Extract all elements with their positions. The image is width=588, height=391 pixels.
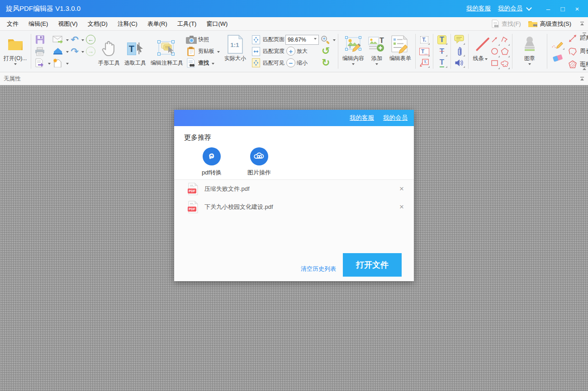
zoom-tool-button[interactable]: + [321, 35, 330, 44]
strikethrough-icon: T [436, 47, 447, 57]
previous-view-button[interactable]: ← [85, 34, 96, 46]
open-file-dialog-button[interactable]: 打开文件 [343, 253, 402, 277]
recommend-heading: 更多推荐 [184, 133, 414, 142]
remove-file-icon[interactable]: × [399, 185, 404, 193]
hand-tool-label: 手形工具 [98, 60, 120, 66]
markup-tools-group: T T T [436, 32, 448, 71]
my-service-link[interactable]: 我的客服 [466, 5, 491, 13]
redo-icon: ↷ [71, 47, 79, 56]
attachment-button[interactable] [453, 46, 466, 57]
stamp-button[interactable]: 图章 [515, 32, 545, 71]
recent-file-row[interactable]: PDF 压缩失败文件.pdf × [174, 180, 414, 198]
advanced-find-button[interactable]: 高级查找(S) [526, 19, 573, 29]
next-view-button[interactable]: → [85, 46, 96, 57]
polyline-shape-button[interactable] [500, 34, 510, 46]
clear-history-link[interactable]: 清空历史列表 [301, 265, 336, 273]
find-label: 查找 [198, 60, 209, 66]
find-menu-label: 查找(F) [502, 20, 521, 28]
open-file-button[interactable]: 打开(O)... [2, 32, 28, 71]
menu-item-comment[interactable]: 注释(C) [113, 18, 142, 30]
rotate-left-button[interactable]: ↺ [322, 47, 330, 56]
app-window: 旋风PDF编辑器 V1.3.0.0 我的客服 我的会员 – □ × 文件 编辑(… [0, 0, 588, 391]
edit-form-button[interactable]: 编辑表单 [388, 32, 413, 71]
chevron-down-icon[interactable] [526, 5, 532, 11]
fit-width-label: 匹配宽度 [263, 48, 285, 55]
save-button[interactable] [33, 34, 52, 46]
clipboard-button[interactable]: 剪贴板 [185, 46, 221, 57]
stamp-label: 图章 [524, 55, 535, 62]
edit-annotation-tool-button[interactable]: 编辑注释工具 [149, 37, 185, 66]
find-menu-button[interactable]: 查找(F) [490, 19, 523, 29]
dropdown-caret-icon [352, 63, 355, 66]
select-tool-button[interactable]: T 选取工具 [123, 37, 148, 66]
zoom-level-combobox[interactable]: 98.67% [285, 35, 319, 45]
email-button[interactable] [52, 34, 70, 46]
sticky-note-button[interactable] [453, 34, 466, 46]
add-button[interactable]: T 添加 [366, 32, 388, 71]
typewriter-button[interactable]: T. [418, 34, 431, 46]
fit-width-button[interactable]: 匹配宽度 [250, 46, 285, 57]
image-tools-label: 图片操作 [247, 169, 271, 177]
collapse-toolbar-icon[interactable] [582, 66, 587, 71]
textbox-button[interactable]: T_ [418, 46, 431, 57]
print-button[interactable] [33, 46, 52, 57]
menu-item-form[interactable]: 表单(R) [142, 18, 172, 30]
pdf-file-icon: PDF [187, 183, 199, 195]
eraser-tool-button[interactable] [551, 53, 564, 63]
arrow-shape-button[interactable] [490, 34, 500, 46]
line-tool-button[interactable]: 线条 [471, 32, 490, 71]
undo-button[interactable]: ↶ [70, 34, 85, 46]
fit-page-button[interactable]: 匹配页面 [250, 34, 285, 46]
circle-shape-button[interactable] [490, 46, 500, 57]
dialog-my-service-link[interactable]: 我的客服 [350, 114, 374, 122]
snapshot-button[interactable]: 快照 [185, 34, 221, 46]
zoom-in-button[interactable]: +放大 [285, 45, 320, 57]
text-tools-group: T. T_ T. [418, 32, 431, 71]
sound-button[interactable] [453, 57, 466, 69]
collapse-propbar-icon[interactable] [580, 77, 584, 81]
find-button[interactable]: 查找 [185, 57, 221, 69]
collapse-toolbar-icon[interactable] [582, 33, 587, 37]
collapse-menubar-icon[interactable] [580, 22, 584, 26]
menu-item-edit[interactable]: 编辑(E) [24, 18, 53, 30]
find-document-icon [186, 58, 197, 68]
recent-file-row[interactable]: PDF 下关九小校园文化建设.pdf × [174, 198, 414, 216]
redo-button[interactable]: ↷ [70, 46, 85, 57]
callout-button[interactable]: T. [418, 57, 431, 69]
fit-visible-button[interactable]: 匹配可见 [250, 57, 285, 69]
scanner-button[interactable] [52, 46, 70, 57]
minimize-button[interactable]: – [542, 3, 555, 14]
new-document-button[interactable] [52, 57, 70, 69]
toolbar-separator [450, 34, 451, 69]
cloud-shape-button[interactable] [500, 57, 510, 69]
actual-size-button[interactable]: 1:1 实际大小 [223, 32, 248, 71]
highlight-button[interactable]: T [436, 34, 448, 46]
pdf-convert-app[interactable]: pdf转换 [195, 147, 228, 177]
rotate-right-button[interactable]: ↻ [322, 58, 330, 67]
edit-content-button[interactable]: T 编辑内容 [341, 32, 366, 71]
underline-button[interactable]: T [436, 57, 448, 69]
hand-tool-button[interactable]: 手形工具 [96, 37, 122, 66]
dropdown-caret-icon [66, 39, 69, 42]
zoom-out-button[interactable]: −缩小 [285, 57, 320, 69]
pentagon-shape-button[interactable] [500, 46, 510, 57]
export-button[interactable] [33, 57, 52, 69]
dropdown-caret-icon [333, 39, 336, 42]
rectangle-shape-button[interactable] [490, 57, 500, 69]
menu-item-tools[interactable]: 工具(T) [172, 18, 202, 30]
image-tools-app[interactable]: 图片操作 [243, 147, 275, 177]
close-button[interactable]: × [571, 3, 583, 14]
menu-item-view[interactable]: 视图(V) [53, 18, 82, 30]
dialog-my-member-link[interactable]: 我的会员 [383, 114, 408, 122]
menu-item-window[interactable]: 窗口(W) [201, 18, 232, 30]
textbox-icon: T_ [419, 47, 430, 57]
clipboard-group: 快照 剪贴板 查找 [185, 32, 221, 71]
menu-item-document[interactable]: 文档(D) [83, 18, 113, 30]
remove-file-icon[interactable]: × [399, 203, 404, 211]
maximize-button[interactable]: □ [556, 3, 569, 14]
pencil-tool-button[interactable] [551, 40, 564, 50]
clipboard-label: 剪贴板 [198, 48, 214, 55]
menu-item-file[interactable]: 文件 [2, 18, 24, 30]
strikethrough-button[interactable]: T [436, 46, 448, 57]
my-member-link[interactable]: 我的会员 [498, 5, 522, 13]
